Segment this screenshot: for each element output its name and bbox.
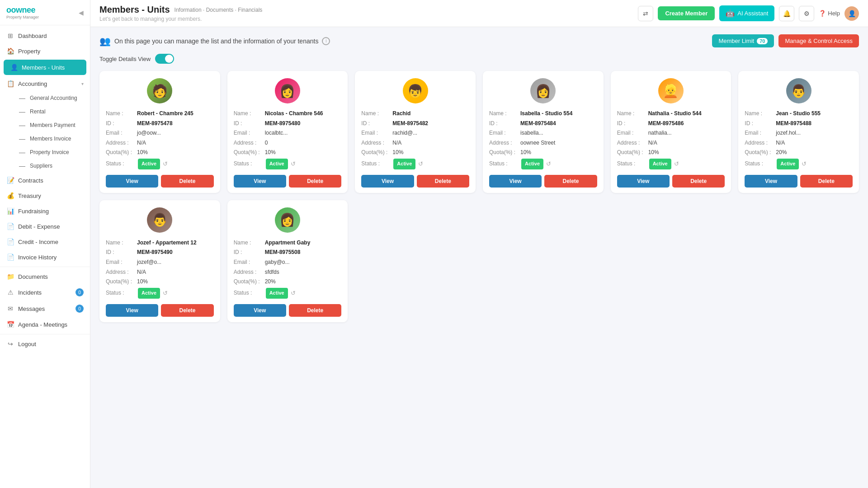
view-button[interactable]: View	[234, 175, 286, 188]
delete-button[interactable]: Delete	[289, 175, 341, 188]
refresh-icon[interactable]: ↺	[291, 288, 296, 298]
sidebar-item-members-invoice[interactable]: — Members Invoice	[14, 132, 90, 145]
view-button[interactable]: View	[489, 175, 542, 188]
delete-button[interactable]: Delete	[544, 175, 597, 188]
member-quota: 10%	[137, 277, 148, 287]
member-limit-button[interactable]: Member Limit 70	[712, 34, 774, 47]
card-id-row: ID : MEM-8975482	[361, 119, 469, 129]
member-id: MEM-8975484	[520, 119, 556, 129]
view-button[interactable]: View	[617, 175, 670, 188]
sidebar-item-treasury[interactable]: 💰 Treasury	[0, 188, 90, 203]
ai-label: AI Assistant	[737, 10, 768, 17]
email-label: Email :	[106, 128, 135, 138]
view-button[interactable]: View	[745, 175, 797, 188]
card-email-row: Email : jozef.hol...	[745, 128, 853, 138]
member-address: N/A	[648, 138, 657, 148]
sidebar-item-credit-income[interactable]: 📄 Credit - Income	[0, 234, 90, 249]
create-member-button[interactable]: Create Member	[658, 6, 715, 20]
sidebar-item-label: Messages	[18, 305, 72, 312]
card-quota-row: Quota(%) : 10%	[617, 148, 725, 158]
view-button[interactable]: View	[234, 304, 286, 317]
email-label: Email :	[361, 128, 391, 138]
collapse-icon[interactable]: ◀	[79, 9, 84, 16]
sidebar-item-members-units[interactable]: 👤 Members - Units	[4, 60, 86, 75]
sidebar-item-rental[interactable]: — Rental	[14, 105, 90, 118]
member-card: 👦 Name : Rachid ID : MEM-8975482 Email :…	[355, 71, 476, 193]
delete-button[interactable]: Delete	[161, 304, 213, 317]
notification-button[interactable]: 🔔	[779, 6, 794, 21]
view-button[interactable]: View	[106, 304, 158, 317]
member-address: N/A	[137, 267, 146, 277]
member-quota: 10%	[392, 148, 403, 158]
info-circle-button[interactable]: i	[322, 37, 330, 45]
sidebar-item-documents[interactable]: 📁 Documents	[0, 269, 90, 284]
treasury-icon: 💰	[6, 192, 14, 199]
page-title-sub: Information · Documents · Financials	[175, 7, 263, 13]
delete-button[interactable]: Delete	[672, 175, 725, 188]
sidebar-item-incidents[interactable]: ⚠ Incidents 0	[0, 284, 90, 300]
help-button[interactable]: ❓ Help	[819, 10, 840, 17]
id-label: ID :	[617, 119, 646, 129]
card-id-row: ID : MEM-8975508	[234, 248, 342, 258]
sidebar-item-messages[interactable]: ✉ Messages 0	[0, 300, 90, 317]
refresh-icon[interactable]: ↺	[546, 159, 551, 169]
card-status-row: Status : Active ↺	[234, 288, 342, 299]
refresh-icon[interactable]: ↺	[163, 159, 168, 169]
sidebar-item-general-accounting[interactable]: — General Accounting	[14, 91, 90, 105]
card-email-row: Email : gaby@o...	[234, 258, 342, 267]
toggle-switch[interactable]	[155, 54, 174, 64]
sidebar-item-fundraising[interactable]: 📊 Fundraising	[0, 203, 90, 219]
card-actions: View Delete	[745, 175, 853, 188]
sidebar-item-label: Credit - Income	[18, 239, 84, 245]
sidebar-item-label: General Accounting	[30, 95, 85, 101]
member-limit-count: 70	[757, 38, 768, 44]
sidebar-item-label: Incidents	[18, 289, 72, 296]
sidebar-item-debit-expense[interactable]: 📄 Debit - Expense	[0, 219, 90, 234]
switch-icon-button[interactable]: ⇄	[638, 6, 653, 21]
card-name-row: Name : Jean - Studio 555	[745, 109, 853, 119]
delete-button[interactable]: Delete	[417, 175, 469, 188]
delete-button[interactable]: Delete	[161, 175, 213, 188]
refresh-icon[interactable]: ↺	[674, 159, 679, 169]
member-name: Robert - Chambre 245	[137, 109, 193, 119]
refresh-icon[interactable]: ↺	[802, 159, 807, 169]
refresh-icon[interactable]: ↺	[291, 159, 296, 169]
sidebar-item-property[interactable]: 🏠 Property	[0, 43, 90, 59]
status-badge: Active	[521, 159, 543, 169]
member-name: Nathalia - Studio 544	[648, 109, 702, 119]
manage-access-button[interactable]: Manage & Control Access	[778, 34, 859, 47]
member-card: 👱 Name : Nathalia - Studio 544 ID : MEM-…	[611, 71, 731, 193]
sidebar-item-label: Property Invoice	[30, 149, 85, 155]
page-subtitle: Let's get back to managing your members.	[99, 16, 262, 22]
quota-label: Quota(%) :	[361, 148, 391, 158]
sidebar-item-dashboard[interactable]: ⊞ Dashboard	[0, 28, 90, 43]
view-button[interactable]: View	[106, 175, 158, 188]
page-title: Members - Units Information · Documents …	[99, 5, 262, 15]
sidebar-item-label: Agenda - Meetings	[18, 321, 84, 328]
sidebar-item-invoice-history[interactable]: 📄 Invoice History	[0, 249, 90, 265]
delete-button[interactable]: Delete	[800, 175, 853, 188]
member-email: localbtc...	[265, 128, 288, 138]
avatar-emoji: 👩	[535, 84, 551, 99]
card-quota-row: Quota(%) : 10%	[106, 148, 214, 158]
delete-button[interactable]: Delete	[289, 304, 341, 317]
refresh-icon[interactable]: ↺	[418, 159, 423, 169]
card-id-row: ID : MEM-8975490	[106, 248, 214, 258]
sidebar-item-accounting[interactable]: 📋 Accounting ▾	[0, 76, 90, 91]
view-button[interactable]: View	[361, 175, 414, 188]
sidebar-item-logout[interactable]: ↪ Logout	[0, 336, 90, 352]
member-email: gaby@o...	[265, 258, 290, 267]
status-badge: Active	[138, 159, 160, 169]
sidebar-item-agenda[interactable]: 📅 Agenda - Meetings	[0, 317, 90, 332]
settings-button[interactable]: ⚙	[799, 6, 814, 21]
card-info: Name : Appartment Gaby ID : MEM-8975508 …	[234, 238, 342, 300]
sidebar-item-members-payment[interactable]: — Members Payment	[14, 118, 90, 132]
card-email-row: Email : localbtc...	[234, 128, 342, 138]
sidebar-item-suppliers[interactable]: — Suppliers	[14, 159, 90, 173]
sidebar-item-contracts[interactable]: 📝 Contracts	[0, 173, 90, 188]
ai-assistant-button[interactable]: 🤖 AI Assistant	[719, 5, 774, 21]
user-avatar[interactable]: 👤	[844, 6, 859, 21]
sidebar-item-property-invoice[interactable]: — Property Invoice	[14, 145, 90, 159]
quota-label: Quota(%) :	[106, 148, 135, 158]
refresh-icon[interactable]: ↺	[163, 288, 168, 298]
